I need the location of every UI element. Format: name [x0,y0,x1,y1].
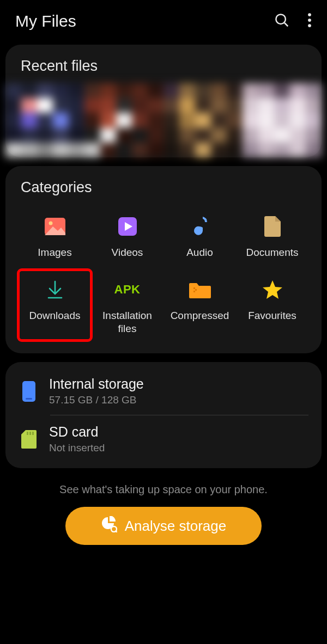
svg-rect-10 [193,287,195,289]
sd-card-title: SD card [49,424,307,440]
internal-storage-icon [20,381,38,402]
internal-storage-usage: 57.15 GB / 128 GB [49,394,307,406]
svg-point-4 [308,24,311,27]
search-icon[interactable] [274,12,290,30]
categories-title: Categories [16,179,311,196]
videos-icon [118,214,137,238]
internal-storage-item[interactable]: Internal storage 57.15 GB / 128 GB [19,367,308,415]
category-label: Documents [246,246,298,259]
sd-card-status: Not inserted [49,442,307,454]
storage-hint: See what's taking up space on your phone… [0,483,327,496]
svg-rect-15 [27,432,28,435]
more-options-icon[interactable] [307,12,312,30]
recent-thumbnail[interactable] [5,83,84,157]
svg-point-3 [308,19,311,22]
recent-thumbnail[interactable] [164,83,243,157]
category-label: Audio [186,246,213,259]
storage-card: Internal storage 57.15 GB / 128 GB SD ca… [5,362,322,468]
sd-card-text: SD card Not inserted [49,424,307,454]
svg-point-6 [49,222,52,225]
category-installation-files[interactable]: APK Installation files [91,270,164,341]
category-label: Favourites [248,309,296,322]
category-label: Downloads [29,309,81,322]
recent-thumbnail[interactable] [243,83,322,157]
svg-rect-17 [32,432,34,435]
category-label: Images [38,246,71,259]
svg-rect-12 [193,291,195,292]
favourites-icon [262,278,283,302]
recent-files-title: Recent files [16,58,311,75]
category-videos[interactable]: Videos [91,207,164,265]
svg-line-19 [116,531,117,532]
categories-grid: Images Videos Audio [16,207,311,340]
category-compressed[interactable]: Compressed [164,270,236,341]
internal-storage-title: Internal storage [49,376,307,392]
category-images[interactable]: Images [19,207,91,265]
category-label: Videos [112,246,143,259]
category-label: Installation files [93,309,161,335]
category-label: Compressed [171,309,229,322]
svg-rect-11 [195,289,197,291]
category-documents[interactable]: Documents [236,207,308,265]
app-title: My Files [15,12,76,30]
recent-files-thumbnails[interactable] [5,83,322,157]
category-downloads[interactable]: Downloads [19,270,91,341]
analyse-storage-button[interactable]: Analyse storage [65,507,262,545]
recent-thumbnail[interactable] [84,83,164,157]
documents-icon [264,214,281,238]
recent-files-card: Recent files [5,45,322,157]
top-bar-actions [274,12,312,30]
images-icon [45,214,65,238]
category-favourites[interactable]: Favourites [236,270,308,341]
svg-rect-16 [29,432,31,435]
svg-point-0 [276,14,286,24]
categories-card: Categories Images Videos [5,166,322,353]
category-audio[interactable]: Audio [164,207,236,265]
svg-line-1 [284,23,288,26]
compressed-icon [189,278,211,302]
audio-icon [192,214,208,238]
apk-icon: APK [114,278,141,302]
svg-rect-14 [26,398,32,400]
svg-point-2 [308,13,311,16]
sd-card-item[interactable]: SD card Not inserted [19,415,308,463]
internal-storage-text: Internal storage 57.15 GB / 128 GB [49,376,307,406]
downloads-icon [45,278,65,302]
sd-card-icon [20,430,38,449]
top-bar: My Files [0,0,327,36]
analyse-icon [101,516,117,536]
analyse-storage-label: Analyse storage [125,518,226,535]
